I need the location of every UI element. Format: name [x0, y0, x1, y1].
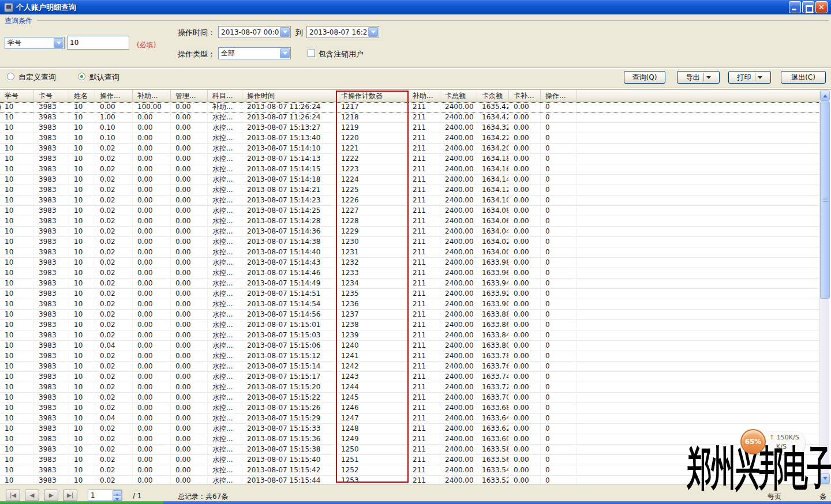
table-cell: 2400.00 [440, 330, 477, 341]
table-row[interactable]: 103983100.020.000.00水控...2013-08-07 15:1… [0, 382, 820, 393]
exit-button[interactable]: 退出(C) [781, 71, 826, 84]
table-row[interactable]: 103983100.020.000.00水控...2013-08-07 15:1… [0, 393, 820, 403]
table-row[interactable]: 103983100.020.000.00水控...2013-08-07 15:1… [0, 403, 820, 413]
chevron-down-icon[interactable] [706, 76, 711, 81]
table-row[interactable]: 103983100.020.000.00水控...2013-08-07 15:1… [0, 258, 820, 268]
table-row[interactable]: 103983100.020.000.00水控...2013-08-07 15:1… [0, 279, 820, 289]
chevron-down-icon[interactable] [280, 27, 290, 37]
default-query-radio[interactable] [78, 73, 85, 80]
table-row[interactable]: 103983100.020.000.00水控...2013-08-07 15:1… [0, 268, 820, 279]
table-row[interactable]: 103983100.020.000.00水控...2013-08-07 15:1… [0, 216, 820, 227]
table-cell: 211 [408, 247, 440, 258]
vertical-scrollbar[interactable] [819, 91, 829, 484]
table-cell: 水控... [208, 144, 242, 154]
table-row[interactable]: 103983100.020.000.00水控...2013-08-07 15:1… [0, 195, 820, 206]
table-row[interactable]: 103983100.040.000.00水控...2013-08-07 15:1… [0, 413, 820, 424]
table-row[interactable]: 103983101.000.000.00水控...2013-08-07 11:2… [0, 112, 820, 123]
table-row[interactable]: 103983100.020.000.00水控...2013-08-07 15:1… [0, 424, 820, 434]
column-header[interactable]: 操作... [541, 90, 577, 102]
custom-query-label: 自定义查询 [18, 72, 56, 82]
column-header[interactable]: 卡号 [34, 90, 69, 102]
column-header[interactable]: 卡补... [509, 90, 541, 102]
table-cell: 水控... [208, 341, 242, 351]
time-to-dropdown[interactable]: 2013-08-07 16:21 [306, 26, 379, 38]
table-row[interactable]: 103983100.020.000.00水控...2013-08-07 15:1… [0, 247, 820, 258]
table-cell: 0.00 [509, 413, 541, 424]
page-number-value[interactable]: 1 [88, 490, 113, 501]
scroll-up-button[interactable] [820, 91, 830, 101]
chevron-down-icon[interactable] [368, 27, 378, 37]
chevron-down-icon[interactable] [758, 76, 762, 81]
table-row[interactable]: 103983100.100.000.00水控...2013-08-07 15:1… [0, 133, 820, 144]
table-cell: 3983 [34, 413, 69, 424]
table-cell: 0.00 [509, 320, 541, 330]
student-id-input[interactable] [67, 36, 129, 50]
close-button[interactable]: ✕ [815, 1, 828, 13]
custom-query-radio[interactable] [7, 73, 14, 80]
column-header[interactable]: 学号 [0, 90, 34, 102]
column-header[interactable]: 补助... [408, 90, 440, 102]
chevron-down-icon[interactable] [54, 38, 63, 48]
taskbar-strip[interactable] [0, 501, 831, 504]
export-button[interactable]: 导出 [677, 71, 720, 84]
minimize-button[interactable] [789, 1, 801, 13]
table-row[interactable]: 103983100.020.000.00水控...2013-08-07 15:1… [0, 310, 820, 320]
column-header[interactable]: 科目... [208, 90, 242, 102]
table-row[interactable]: 103983100.020.000.00水控...2013-08-07 15:1… [0, 154, 820, 164]
table-cell: 0.02 [95, 268, 133, 279]
table-row[interactable]: 103983100.020.000.00水控...2013-08-07 15:1… [0, 372, 820, 382]
column-header[interactable]: 补助... [133, 90, 171, 102]
table-row[interactable]: 103983100.040.000.00水控...2013-08-07 15:1… [0, 341, 820, 351]
restore-button[interactable] [802, 1, 814, 13]
print-button[interactable]: 打印 [728, 71, 771, 84]
row-filler [577, 195, 820, 206]
table-row[interactable]: 103983100.020.000.00水控...2013-08-07 15:1… [0, 289, 820, 299]
table-row[interactable]: 103983100.00100.000.00补助...2013-08-07 11… [0, 102, 820, 112]
spin-down-icon[interactable] [113, 495, 122, 501]
table-row[interactable]: 103983100.100.000.00水控...2013-08-07 15:1… [0, 123, 820, 133]
time-from-dropdown[interactable]: 2013-08-07 00:00 [218, 26, 291, 38]
column-header[interactable]: 卡余额 [477, 90, 509, 102]
table-cell: 0 [541, 434, 577, 445]
table-row[interactable]: 103983100.020.000.00水控...2013-08-07 15:1… [0, 164, 820, 175]
table-row[interactable]: 103983100.020.000.00水控...2013-08-07 15:1… [0, 185, 820, 195]
column-header[interactable]: 操作... [95, 90, 133, 102]
table-row[interactable]: 103983100.020.000.00水控...2013-08-07 15:1… [0, 175, 820, 185]
default-query-label: 默认查询 [89, 72, 119, 82]
page-number-spinner[interactable]: 1 [88, 490, 122, 501]
table-row[interactable]: 103983100.020.000.00水控...2013-08-07 15:1… [0, 144, 820, 154]
table-row[interactable]: 103983100.020.000.00水控...2013-08-07 15:1… [0, 206, 820, 216]
first-page-button[interactable]: |◀ [6, 490, 20, 501]
divider [703, 73, 704, 81]
table-row[interactable]: 103983100.020.000.00水控...2013-08-07 15:1… [0, 330, 820, 341]
column-header[interactable]: 卡总额 [440, 90, 477, 102]
table-row[interactable]: 103983100.020.000.00水控...2013-08-07 15:1… [0, 227, 820, 237]
table-row[interactable]: 103983100.020.000.00水控...2013-08-07 15:1… [0, 351, 820, 362]
table-row[interactable]: 103983100.020.000.00水控...2013-08-07 15:1… [0, 320, 820, 330]
table-row[interactable]: 103983100.020.000.00水控...2013-08-07 15:1… [0, 362, 820, 372]
percent-badge[interactable]: 65% [740, 429, 766, 454]
operation-type-dropdown[interactable]: 全部 [218, 47, 291, 59]
spin-up-icon[interactable] [113, 490, 122, 495]
table-header-row[interactable]: 学号卡号姓名操作...补助...管理...科目...操作时间卡操作计数器补助..… [0, 90, 820, 102]
chevron-down-icon[interactable] [280, 48, 290, 58]
start-button-edge[interactable] [0, 501, 163, 504]
table-cell: 211 [408, 372, 440, 382]
next-page-button[interactable]: ▶ [44, 490, 58, 501]
column-header[interactable]: 卡操作计数器 [336, 90, 408, 102]
table-row[interactable]: 103983100.020.000.00水控...2013-08-07 15:1… [0, 237, 820, 247]
field-selector-dropdown[interactable]: 学号 [5, 37, 65, 49]
include-cancelled-checkbox[interactable] [308, 50, 315, 57]
table-cell: 10 [69, 258, 95, 268]
table-cell: 10 [0, 216, 34, 227]
column-header[interactable]: 操作时间 [242, 90, 336, 102]
table-cell: 10 [0, 144, 34, 154]
last-page-button[interactable]: ▶| [63, 490, 77, 501]
table-row[interactable]: 103983100.020.000.00水控...2013-08-07 15:1… [0, 299, 820, 310]
table-cell: 2400.00 [440, 175, 477, 185]
query-button[interactable]: 查询(Q) [624, 71, 665, 84]
column-header[interactable]: 管理... [171, 90, 208, 102]
column-header[interactable]: 姓名 [69, 90, 95, 102]
prev-page-button[interactable]: ◀ [25, 490, 39, 501]
scrollbar-thumb[interactable] [820, 101, 830, 299]
